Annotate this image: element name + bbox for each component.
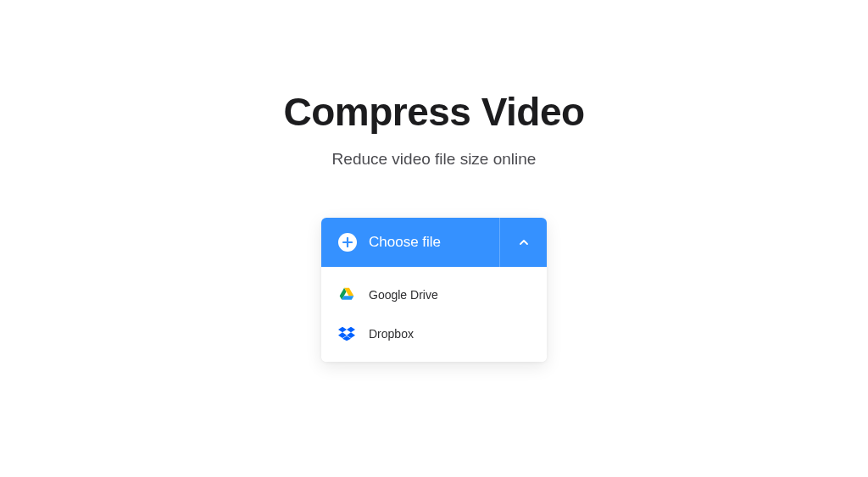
plus-icon (338, 233, 357, 252)
page-title: Compress Video (283, 89, 584, 135)
choose-file-label: Choose file (369, 234, 441, 251)
dropbox-icon (338, 325, 355, 342)
dropdown-item-label: Google Drive (369, 288, 438, 302)
dropdown-menu: Google Drive Dropbox (321, 267, 547, 362)
upload-widget: Choose file Google Drive (321, 218, 547, 362)
dropdown-item-google-drive[interactable]: Google Drive (321, 275, 547, 314)
chevron-up-icon (518, 236, 530, 248)
choose-file-row: Choose file (321, 218, 547, 267)
page-subtitle: Reduce video file size online (332, 150, 537, 169)
dropdown-item-label: Dropbox (369, 327, 414, 341)
choose-file-button[interactable]: Choose file (321, 218, 499, 267)
google-drive-icon (338, 286, 355, 303)
dropdown-toggle-button[interactable] (499, 218, 547, 267)
dropdown-item-dropbox[interactable]: Dropbox (321, 314, 547, 353)
